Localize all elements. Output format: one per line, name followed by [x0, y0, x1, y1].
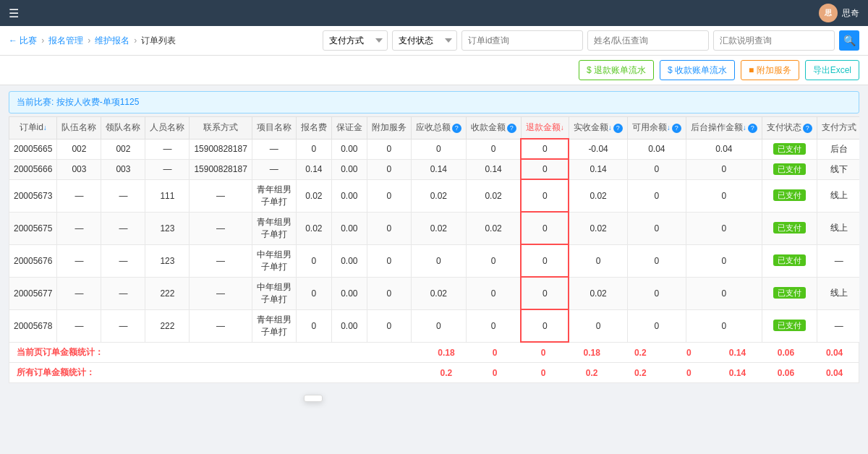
- stat-value: 0: [470, 348, 519, 358]
- top-bar: ☰ 思 思奇: [0, 0, 868, 26]
- table-cell: 0: [627, 159, 686, 179]
- table-cell: 青年组男子单打: [252, 212, 296, 244]
- order-id-input[interactable]: [461, 30, 583, 51]
- table-cell: 0: [569, 309, 627, 342]
- back-button[interactable]: ← 比赛: [9, 35, 37, 47]
- table-cell: 0.14: [569, 159, 627, 179]
- breadcrumb-registration[interactable]: 报名管理: [48, 35, 83, 47]
- table-cell: —: [190, 179, 252, 212]
- table-cell: —: [101, 212, 145, 244]
- table-cell: 0: [411, 244, 466, 277]
- table-cell: —: [57, 212, 101, 244]
- status-badge: 已支付: [773, 222, 806, 234]
- filter-group: 支付方式 支付状态 🔍: [323, 30, 859, 51]
- table-cell: 0.02: [411, 277, 466, 309]
- table-cell: 线上: [817, 212, 859, 244]
- table-cell: 0: [686, 309, 762, 342]
- table-cell: 已支付: [762, 244, 817, 277]
- table-cell: 0: [686, 159, 762, 179]
- search-button[interactable]: 🔍: [839, 30, 859, 51]
- remark-input[interactable]: [713, 30, 835, 51]
- payment-status-select[interactable]: 支付状态: [392, 30, 457, 51]
- table-cell: 0.00: [331, 139, 367, 159]
- th-backend-op: 后台操作金额↓?: [686, 117, 762, 140]
- breadcrumb-maintain[interactable]: 维护报名: [95, 35, 129, 47]
- table-row: 20005666003003—15900828187—0.140.0000.14…: [9, 159, 860, 179]
- table-cell: 002: [101, 139, 145, 159]
- table-cell: 已支付: [762, 159, 817, 179]
- table-cell: —: [817, 309, 859, 342]
- table-cell: 线下: [817, 159, 859, 179]
- table-cell: 0.00: [331, 179, 367, 212]
- table-cell: 0: [367, 212, 411, 244]
- stat-value: 0.14: [713, 368, 762, 378]
- income-flow-button[interactable]: $ 收款账单流水: [660, 60, 735, 80]
- table-cell: 0.00: [331, 277, 367, 309]
- table-cell: 0: [367, 159, 411, 179]
- table-cell: 已支付: [762, 179, 817, 212]
- table-cell: 0: [367, 139, 411, 159]
- th-actual: 实收金额↓?: [569, 117, 627, 140]
- table-cell: 123: [145, 212, 190, 244]
- table-cell: 0: [466, 244, 521, 277]
- table-cell: 0.02: [569, 212, 627, 244]
- team-name-input[interactable]: [587, 30, 709, 51]
- table-cell: 0: [367, 179, 411, 212]
- table-cell: 0: [296, 244, 331, 277]
- table-cell: —: [145, 159, 190, 179]
- table-cell: 20005666: [9, 159, 57, 179]
- sep1: ›: [41, 35, 44, 46]
- table-cell: 0.14: [466, 159, 521, 179]
- table-cell: 002: [57, 139, 101, 159]
- stat-value: 0: [470, 368, 519, 378]
- table-cell: 222: [145, 309, 190, 342]
- hamburger-icon[interactable]: ☰: [9, 7, 19, 20]
- table-cell: 已支付: [762, 212, 817, 244]
- stat-value: 0: [665, 368, 713, 378]
- table-cell: 15900828187: [190, 159, 252, 179]
- table-row: 20005675——123—青年组男子单打0.020.0000.020.0200…: [9, 212, 860, 244]
- top-bar-left: ☰: [9, 7, 19, 20]
- table-cell: —: [252, 139, 296, 159]
- th-pay-status: 支付状态?: [762, 117, 817, 140]
- th-project: 项目名称: [252, 117, 296, 140]
- th-leader-name: 领队名称: [101, 117, 145, 140]
- table-cell: 0.14: [411, 159, 466, 179]
- table-row: 20005676——123—中年组男子单打00.000000000已支付———: [9, 244, 860, 277]
- table-cell: 中年组男子单打: [252, 277, 296, 309]
- table-cell: 0.02: [296, 212, 331, 244]
- stat-value: 0.2: [422, 368, 470, 378]
- stat-value: 0.06: [762, 348, 810, 358]
- table-cell: 15900828187: [190, 139, 252, 159]
- table-cell: 20005677: [9, 277, 57, 309]
- table-cell: 222: [145, 277, 190, 309]
- table-cell: 0: [411, 139, 466, 159]
- stat-value: 0.18: [568, 348, 616, 358]
- table-cell: 0.04: [686, 139, 762, 159]
- refund-flow-button[interactable]: $ 退款账单流水: [579, 60, 654, 80]
- table-cell: 0.14: [296, 159, 331, 179]
- export-excel-button[interactable]: 导出Excel: [805, 60, 859, 80]
- table-cell: 0.00: [331, 159, 367, 179]
- add-service-button[interactable]: ■ 附加服务: [741, 60, 799, 80]
- table-cell: —: [145, 139, 190, 159]
- match-banner: 当前比赛: 按按人收费-单项1125: [9, 91, 859, 113]
- table-cell: 0: [296, 277, 331, 309]
- table-cell: 0: [367, 244, 411, 277]
- table-cell: 20005675: [9, 212, 57, 244]
- payment-method-select[interactable]: 支付方式: [323, 30, 388, 51]
- table-cell: 0: [521, 139, 569, 159]
- table-cell: —: [57, 309, 101, 342]
- table-cell: 0: [686, 277, 762, 309]
- table-cell: 后台: [817, 139, 859, 159]
- table-cell: 0.00: [331, 212, 367, 244]
- table-cell: 20005665: [9, 139, 57, 159]
- table-cell: 青年组男子单打: [252, 309, 296, 342]
- table-cell: 0.02: [569, 179, 627, 212]
- stat-value: 0.18: [422, 348, 470, 358]
- table-cell: —: [57, 179, 101, 212]
- breadcrumb-bar: ← 比赛 › 报名管理 › 维护报名 › 订单列表 支付方式 支付状态 🔍: [0, 26, 868, 56]
- table-row: 20005677——222—中年组男子单打00.0000.02000.0200已…: [9, 277, 860, 309]
- table-cell: 0: [466, 139, 521, 159]
- stat-value: 0: [519, 368, 568, 378]
